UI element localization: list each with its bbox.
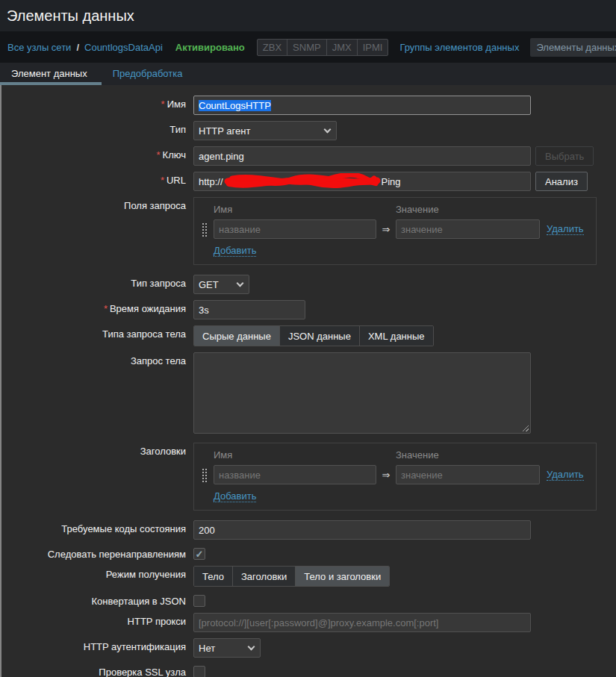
url-label: *URL — [1, 172, 193, 186]
tab-item[interactable]: Элемент данных — [0, 63, 102, 85]
posts-textarea[interactable] — [193, 352, 531, 434]
item-form: *Имя CountLogsHTTP Тип HTTP агент *Ключ … — [0, 85, 616, 677]
type-label: Тип — [1, 121, 193, 135]
name-input-selected-text: CountLogsHTTP — [199, 100, 271, 111]
header-add-link[interactable]: Добавить — [214, 490, 256, 502]
follow-redirects-checkbox[interactable]: ✓ — [193, 548, 205, 560]
url-input[interactable]: http:// Ping — [193, 172, 531, 191]
url-visible-prefix: http:// — [199, 176, 223, 187]
header-name-input[interactable] — [214, 465, 376, 484]
timeout-input[interactable] — [193, 300, 305, 319]
convert-json-checkbox[interactable] — [193, 595, 205, 607]
post-type-raw[interactable]: Сырые данные — [194, 326, 280, 346]
follow-redirects-label: Следовать перенаправлениям — [1, 546, 193, 560]
page-title: Элементы данных — [7, 7, 134, 25]
query-fields-label: Поля запроса — [1, 197, 193, 211]
http-auth-select[interactable]: Нет — [193, 638, 261, 658]
retrieve-mode-group: Тело Заголовки Тело и заголовки — [193, 566, 390, 587]
headers-label: Заголовки — [1, 443, 193, 457]
required-marker: * — [161, 175, 164, 186]
field-row-url: *URL http:// Ping Анализ — [1, 172, 616, 191]
query-fields-box: Имя Значение ⇒ Удалить Добавить — [193, 197, 597, 265]
field-row-key: *Ключ Выбрать — [1, 146, 616, 166]
field-row-query-fields: Поля запроса Имя Значение ⇒ Удалить Доба… — [1, 197, 616, 265]
header-remove-link[interactable]: Удалить — [547, 469, 584, 481]
field-row-headers: Заголовки Имя Значение ⇒ Удалить Добавит… — [1, 443, 616, 511]
query-field-value-input[interactable] — [396, 219, 540, 239]
chevron-down-icon — [248, 643, 255, 651]
request-type-select[interactable]: GET — [193, 275, 249, 294]
map-arrow-icon: ⇒ — [376, 224, 396, 235]
nav-links: Группы элементов данных Элементы данных … — [388, 38, 616, 57]
query-field-remove-link[interactable]: Удалить — [547, 223, 584, 235]
retrieve-mode-body[interactable]: Тело — [194, 567, 233, 586]
field-row-ssl-verify-host: Проверка SSL узла — [1, 664, 616, 677]
posts-label: Запрос тела — [1, 352, 193, 366]
field-row-name: *Имя CountLogsHTTP — [1, 96, 616, 115]
field-row-http-auth: HTTP аутентификация Нет — [1, 638, 616, 658]
field-row-follow-redirects: Следовать перенаправлениям ✓ — [1, 546, 616, 560]
http-proxy-input[interactable] — [193, 613, 531, 632]
retrieve-mode-label: Режим получения — [1, 566, 193, 580]
field-row-retrieve-mode: Режим получения Тело Заголовки Тело и за… — [1, 566, 616, 587]
page-header: Элементы данных — [0, 0, 616, 31]
tab-preprocessing[interactable]: Предобработка — [102, 63, 197, 85]
field-row-http-proxy: HTTP прокси — [1, 613, 616, 632]
key-input[interactable] — [193, 146, 531, 166]
status-codes-input[interactable] — [193, 520, 531, 540]
status-codes-label: Требуемые коды состояния — [1, 520, 193, 534]
field-row-type: Тип HTTP агент — [1, 121, 616, 140]
query-fields-col-value: Значение — [396, 204, 439, 215]
request-type-label: Тип запроса — [1, 275, 193, 289]
timeout-label: *Время ожидания — [1, 300, 193, 314]
http-auth-label: HTTP аутентификация — [1, 638, 193, 652]
type-select[interactable]: HTTP агент — [193, 121, 337, 140]
item-groups-link[interactable]: Группы элементов данных — [399, 42, 519, 53]
url-parse-button[interactable]: Анализ — [535, 172, 588, 191]
post-type-json[interactable]: JSON данные — [280, 326, 360, 346]
type-select-value: HTTP агент — [199, 125, 314, 137]
query-field-name-input[interactable] — [214, 219, 376, 239]
checkmark-icon: ✓ — [196, 549, 204, 559]
header-value-input[interactable] — [396, 465, 540, 484]
snmp-badge: SNMP — [287, 40, 327, 55]
host-status-badge: Активировано — [175, 42, 245, 53]
chevron-down-icon — [324, 126, 332, 134]
items-link-current[interactable]: Элементы данных 2 — [530, 38, 616, 57]
retrieve-mode-headers[interactable]: Заголовки — [233, 567, 296, 586]
query-fields-row: ⇒ Удалить — [202, 219, 588, 239]
ssl-verify-host-checkbox[interactable] — [193, 666, 205, 677]
interface-availability-badges: ZBX SNMP JMX IPMI — [257, 39, 389, 56]
query-field-add-link[interactable]: Добавить — [214, 245, 256, 257]
ipmi-badge: IPMI — [358, 40, 388, 55]
field-row-post-type: Типа запроса тела Сырые данные JSON данн… — [1, 325, 616, 346]
breadcrumb-root-link[interactable]: Все узлы сети — [7, 42, 71, 53]
field-row-status-codes: Требуемые коды состояния — [1, 520, 616, 540]
items-link-label[interactable]: Элементы данных — [536, 42, 616, 53]
key-label: *Ключ — [1, 146, 193, 160]
retrieve-mode-both[interactable]: Тело и заголовки — [296, 567, 389, 586]
post-type-group: Сырые данные JSON данные XML данные — [193, 325, 434, 346]
drag-handle-icon[interactable] — [202, 222, 208, 236]
name-input[interactable]: CountLogsHTTP — [193, 96, 531, 115]
required-marker: * — [104, 303, 108, 314]
post-type-xml[interactable]: XML данные — [360, 326, 433, 346]
ssl-verify-host-label: Проверка SSL узла — [1, 664, 193, 677]
headers-col-value: Значение — [396, 449, 439, 461]
field-row-posts: Запрос тела — [1, 352, 616, 434]
drag-handle-icon[interactable] — [202, 468, 208, 481]
required-marker: * — [157, 149, 161, 160]
http-auth-value: Нет — [199, 643, 238, 654]
url-visible-suffix: Ping — [382, 176, 401, 187]
query-fields-col-name: Имя — [214, 204, 376, 215]
required-marker: * — [161, 99, 165, 110]
name-label: *Имя — [1, 96, 193, 110]
request-type-value: GET — [199, 279, 227, 290]
breadcrumb-host-link[interactable]: CountlogsDataApi — [84, 42, 163, 53]
headers-col-name: Имя — [214, 449, 376, 461]
convert-json-label: Конвертация в JSON — [1, 593, 193, 607]
field-row-request-type: Тип запроса GET — [1, 275, 616, 294]
key-select-button[interactable]: Выбрать — [535, 146, 594, 166]
query-fields-col-gap — [376, 204, 396, 215]
headers-box: Имя Значение ⇒ Удалить Добавить — [193, 443, 597, 511]
